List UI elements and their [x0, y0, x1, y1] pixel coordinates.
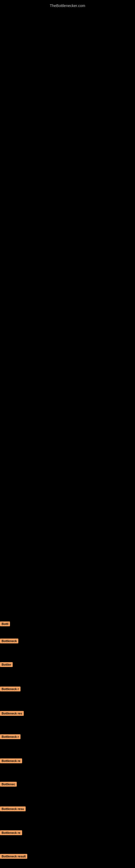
bottleneck-result-tag[interactable]: Bottlenec	[0, 782, 17, 786]
bottleneck-result-tag[interactable]: Bottleneck r	[0, 734, 20, 739]
list-item: Bottleneck re	[0, 830, 22, 835]
bottleneck-result-tag[interactable]: Bottler	[0, 662, 13, 667]
bottleneck-result-tag[interactable]: Bottleneck resu	[0, 806, 26, 811]
list-item: Bottleneck res	[0, 711, 24, 716]
list-item: Bottleneck resu	[0, 806, 26, 811]
list-item: Bottleneck r	[0, 734, 20, 739]
bottleneck-result-tag[interactable]: Bottl	[0, 621, 10, 626]
bottleneck-result-tag[interactable]: Bottleneck result	[0, 854, 27, 859]
list-item: Bottlenec	[0, 781, 17, 786]
list-item: Bottleneck	[0, 638, 18, 643]
bottleneck-result-tag[interactable]: Bottleneck r	[0, 686, 20, 691]
bottleneck-result-tag[interactable]: Bottleneck re	[0, 758, 22, 763]
list-item: Bottleneck re	[0, 758, 22, 763]
bottleneck-result-tag[interactable]: Bottleneck res	[0, 711, 24, 716]
list-item: Bottleneck r	[0, 686, 20, 691]
site-title: TheBottlenecker.com	[0, 1, 135, 10]
list-item: Bottl	[0, 621, 10, 626]
bottleneck-result-tag[interactable]: Bottleneck	[0, 639, 18, 643]
list-item: Bottler	[0, 662, 13, 667]
bottleneck-result-tag[interactable]: Bottleneck re	[0, 830, 22, 835]
list-item: Bottleneck result	[0, 854, 27, 859]
